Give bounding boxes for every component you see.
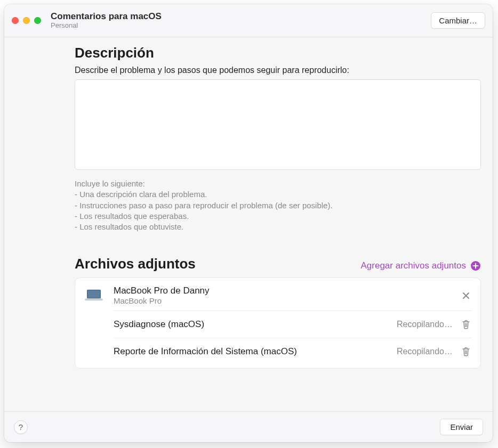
hints-title: Incluye lo siguiente: bbox=[75, 178, 481, 189]
send-button[interactable]: Enviar bbox=[440, 419, 483, 435]
window-title: Comentarios para macOS bbox=[51, 11, 431, 22]
bottom-toolbar: ? Enviar bbox=[4, 411, 493, 442]
hint-line: - Una descripción clara del problema. bbox=[75, 189, 481, 200]
change-button[interactable]: Cambiar… bbox=[431, 12, 485, 29]
title-block: Comentarios para macOS Personal bbox=[51, 11, 431, 30]
window-subtitle: Personal bbox=[51, 22, 431, 30]
macbook-icon bbox=[84, 289, 104, 303]
description-field-label: Describe el problema y los pasos que pod… bbox=[75, 66, 481, 75]
description-section-title: Descripción bbox=[75, 45, 481, 61]
device-text: MacBook Pro de Danny MacBook Pro bbox=[114, 286, 451, 305]
close-icon bbox=[462, 291, 470, 300]
svg-rect-2 bbox=[87, 290, 100, 298]
attachments-section-title: Archivos adjuntos bbox=[75, 256, 196, 272]
attachment-item: Reporte de Información del Sistema (macO… bbox=[114, 338, 472, 365]
plus-circle-icon bbox=[470, 260, 481, 271]
attachment-status: Recopilando… bbox=[397, 320, 453, 329]
device-model: MacBook Pro bbox=[114, 296, 451, 305]
attachment-list: Sysdiagnose (macOS) Recopilando… Reporte… bbox=[114, 311, 472, 365]
minimize-window-button[interactable] bbox=[23, 17, 30, 24]
attachments-header: Archivos adjuntos Agregar archivos adjun… bbox=[75, 256, 481, 272]
add-attachment-label: Agregar archivos adjuntos bbox=[360, 260, 466, 271]
hint-line: - Instrucciones paso a paso para reprodu… bbox=[75, 200, 481, 211]
window-controls bbox=[12, 17, 41, 24]
help-button[interactable]: ? bbox=[14, 420, 28, 434]
trash-icon bbox=[462, 347, 470, 356]
attachment-name: Reporte de Información del Sistema (macO… bbox=[114, 346, 389, 357]
titlebar: Comentarios para macOS Personal Cambiar… bbox=[4, 4, 493, 37]
add-attachment-button[interactable]: Agregar archivos adjuntos bbox=[360, 260, 481, 271]
content-area: Descripción Describe el problema y los p… bbox=[4, 37, 493, 411]
description-textarea[interactable] bbox=[75, 79, 481, 170]
trash-icon bbox=[462, 320, 470, 329]
attachments-card: MacBook Pro de Danny MacBook Pro Sysdiag… bbox=[75, 278, 481, 369]
delete-attachment-button[interactable] bbox=[460, 346, 472, 357]
hint-line: - Los resultados que esperabas. bbox=[75, 211, 481, 222]
help-icon: ? bbox=[19, 422, 23, 431]
device-name: MacBook Pro de Danny bbox=[114, 286, 451, 296]
attachment-name: Sysdiagnose (macOS) bbox=[114, 319, 389, 330]
feedback-window: Comentarios para macOS Personal Cambiar…… bbox=[4, 4, 493, 442]
close-window-button[interactable] bbox=[12, 17, 19, 24]
description-hints: Incluye lo siguiente: - Una descripción … bbox=[75, 178, 481, 232]
svg-rect-3 bbox=[85, 298, 102, 300]
zoom-window-button[interactable] bbox=[34, 17, 41, 24]
remove-device-button[interactable] bbox=[460, 290, 472, 302]
hint-line: - Los resultados que obtuviste. bbox=[75, 222, 481, 232]
attachment-item: Sysdiagnose (macOS) Recopilando… bbox=[114, 311, 472, 338]
attachment-status: Recopilando… bbox=[397, 347, 453, 356]
device-row: MacBook Pro de Danny MacBook Pro bbox=[84, 286, 472, 311]
delete-attachment-button[interactable] bbox=[460, 319, 472, 330]
